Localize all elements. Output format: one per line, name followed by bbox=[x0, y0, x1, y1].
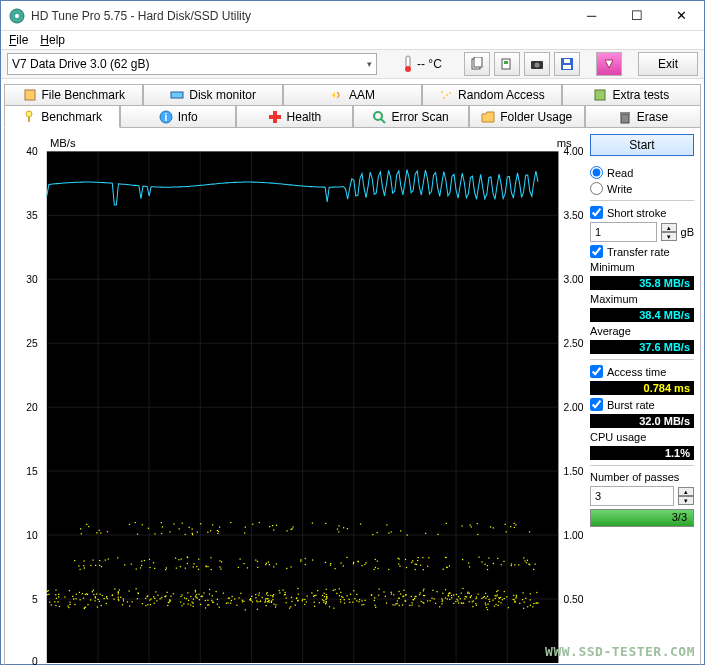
tab-disk-monitor[interactable]: Disk monitor bbox=[143, 84, 282, 106]
cpu-usage-label: CPU usage bbox=[590, 431, 694, 443]
svg-rect-724 bbox=[245, 527, 246, 528]
svg-text:1.00: 1.00 bbox=[564, 530, 584, 541]
svg-rect-471 bbox=[409, 605, 410, 606]
svg-rect-475 bbox=[488, 599, 489, 600]
svg-rect-343 bbox=[207, 604, 208, 605]
tab-health[interactable]: Health bbox=[236, 106, 352, 128]
svg-rect-19 bbox=[595, 90, 605, 100]
spin-down-icon[interactable]: ▾ bbox=[678, 496, 694, 505]
save-button[interactable] bbox=[554, 52, 580, 76]
svg-rect-685 bbox=[80, 528, 81, 529]
access-time-checkbox[interactable]: Access time bbox=[590, 365, 694, 378]
svg-rect-156 bbox=[485, 598, 486, 599]
copy-text-button[interactable] bbox=[464, 52, 490, 76]
svg-rect-257 bbox=[498, 601, 499, 602]
svg-rect-582 bbox=[406, 567, 407, 568]
svg-rect-451 bbox=[363, 604, 364, 605]
svg-rect-533 bbox=[415, 569, 416, 570]
transfer-rate-checkbox[interactable]: Transfer rate bbox=[590, 245, 694, 258]
menu-help[interactable]: Help bbox=[40, 33, 65, 47]
svg-rect-479 bbox=[188, 603, 189, 604]
svg-rect-568 bbox=[255, 560, 256, 561]
svg-rect-328 bbox=[295, 604, 296, 605]
copy-screenshot-button[interactable] bbox=[494, 52, 520, 76]
tab-folder-usage[interactable]: Folder Usage bbox=[469, 106, 585, 128]
exit-button[interactable]: Exit bbox=[638, 52, 698, 76]
svg-rect-244 bbox=[476, 605, 477, 606]
passes-input[interactable]: 3 ▴▾ bbox=[590, 486, 694, 506]
thermometer-icon bbox=[401, 55, 415, 73]
svg-rect-670 bbox=[137, 534, 138, 535]
svg-rect-607 bbox=[141, 561, 142, 562]
close-button[interactable]: ✕ bbox=[659, 1, 704, 30]
spin-down-icon[interactable]: ▾ bbox=[661, 232, 677, 241]
svg-text:30: 30 bbox=[26, 274, 38, 285]
spin-up-icon[interactable]: ▴ bbox=[661, 223, 677, 232]
svg-rect-497 bbox=[188, 600, 189, 601]
svg-rect-256 bbox=[47, 594, 48, 595]
svg-rect-355 bbox=[487, 596, 488, 597]
minimize-button[interactable]: ─ bbox=[569, 1, 614, 30]
svg-rect-212 bbox=[393, 594, 394, 595]
svg-rect-655 bbox=[399, 558, 400, 559]
svg-rect-146 bbox=[145, 598, 146, 599]
svg-rect-253 bbox=[423, 595, 424, 596]
tabs-row-2: Benchmark iInfo Health Error Scan Folder… bbox=[4, 106, 701, 128]
svg-rect-220 bbox=[236, 605, 237, 606]
svg-rect-203 bbox=[186, 598, 187, 599]
svg-rect-679 bbox=[129, 524, 130, 525]
svg-rect-448 bbox=[169, 601, 170, 602]
svg-rect-626 bbox=[526, 562, 527, 563]
svg-rect-717 bbox=[292, 528, 293, 529]
svg-rect-458 bbox=[326, 596, 327, 597]
read-radio[interactable]: Read bbox=[590, 166, 694, 179]
svg-rect-559 bbox=[198, 569, 199, 570]
tab-file-benchmark[interactable]: File Benchmark bbox=[4, 84, 143, 106]
svg-rect-588 bbox=[488, 557, 489, 558]
svg-rect-502 bbox=[187, 592, 188, 593]
tab-info[interactable]: iInfo bbox=[120, 106, 236, 128]
svg-rect-193 bbox=[461, 593, 462, 594]
tab-aam[interactable]: AAM bbox=[283, 84, 422, 106]
short-stroke-checkbox[interactable]: Short stroke bbox=[590, 206, 694, 219]
svg-rect-505 bbox=[238, 597, 239, 598]
svg-rect-321 bbox=[272, 596, 273, 597]
svg-rect-528 bbox=[149, 567, 150, 568]
svg-rect-351 bbox=[302, 600, 303, 601]
svg-rect-407 bbox=[200, 604, 201, 605]
drive-select[interactable]: V7 Data Drive 3.0 (62 gB) ▾ bbox=[7, 53, 377, 75]
tab-error-scan[interactable]: Error Scan bbox=[353, 106, 469, 128]
svg-rect-409 bbox=[508, 607, 509, 608]
write-radio[interactable]: Write bbox=[590, 182, 694, 195]
svg-rect-261 bbox=[322, 595, 323, 596]
svg-rect-672 bbox=[219, 527, 220, 528]
options-button[interactable] bbox=[596, 52, 622, 76]
tab-extra-tests[interactable]: Extra tests bbox=[562, 84, 701, 106]
burst-rate-checkbox[interactable]: Burst rate bbox=[590, 398, 694, 411]
svg-rect-614 bbox=[412, 560, 413, 561]
svg-rect-595 bbox=[528, 564, 529, 565]
svg-rect-740 bbox=[207, 532, 208, 533]
svg-rect-379 bbox=[286, 602, 287, 603]
svg-rect-264 bbox=[473, 600, 474, 601]
menu-file[interactable]: File bbox=[9, 33, 28, 47]
start-button[interactable]: Start bbox=[590, 134, 694, 156]
tab-random-access[interactable]: Random Access bbox=[422, 84, 561, 106]
tab-erase[interactable]: Erase bbox=[585, 106, 701, 128]
svg-rect-103 bbox=[195, 590, 196, 591]
svg-rect-642 bbox=[377, 561, 378, 562]
maximize-button[interactable]: ☐ bbox=[614, 1, 659, 30]
svg-rect-708 bbox=[197, 532, 198, 533]
svg-rect-663 bbox=[415, 564, 416, 565]
svg-rect-718 bbox=[347, 528, 348, 529]
svg-rect-514 bbox=[307, 595, 308, 596]
spin-up-icon[interactable]: ▴ bbox=[678, 487, 694, 496]
svg-rect-728 bbox=[96, 532, 97, 533]
svg-rect-534 bbox=[211, 569, 212, 570]
screenshot-button[interactable] bbox=[524, 52, 550, 76]
svg-text:3.50: 3.50 bbox=[564, 210, 584, 221]
tab-benchmark[interactable]: Benchmark bbox=[4, 106, 120, 128]
short-stroke-input[interactable]: 1 ▴▾ gB bbox=[590, 222, 694, 242]
svg-rect-82 bbox=[430, 600, 431, 601]
svg-rect-615 bbox=[300, 561, 301, 562]
